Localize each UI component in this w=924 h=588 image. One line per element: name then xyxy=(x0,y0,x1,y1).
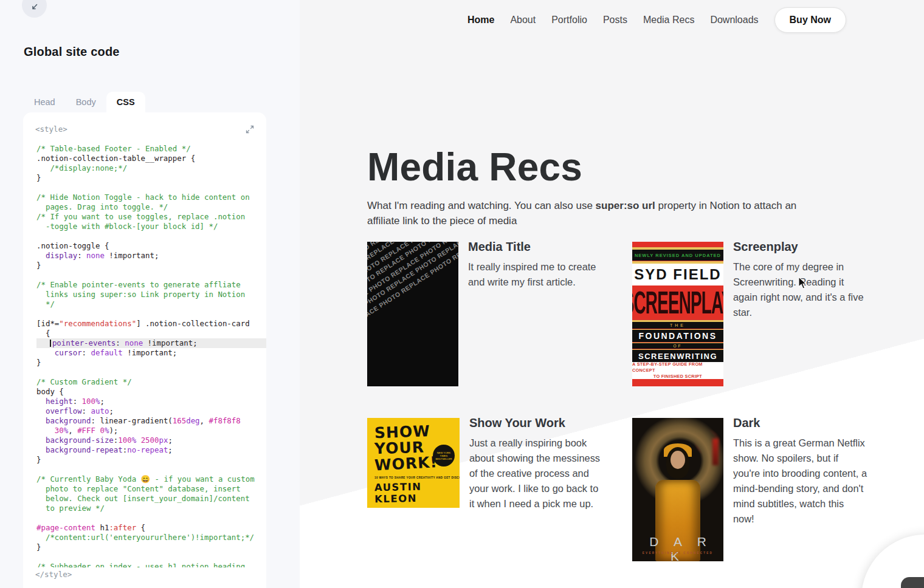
code-line: /* Table-based Footer - Enabled */ xyxy=(36,144,266,154)
cover-title-text: SCREENPLAY xyxy=(632,285,723,320)
code-line: /* Custom Gradient */ xyxy=(36,377,266,387)
code-line: 30%, #FFF 0%); xyxy=(36,426,266,436)
intro-text-before: What I'm reading and watching. You can a… xyxy=(367,200,596,211)
code-line: [id*="recommendations"] .notion-collecti… xyxy=(36,319,266,329)
tab-bar: Head Body CSS xyxy=(24,90,145,112)
code-line xyxy=(36,513,266,523)
nav-item-home[interactable]: Home xyxy=(467,15,494,26)
page-intro: What I'm reading and watching. You can a… xyxy=(367,198,829,228)
nav-item-media-recs[interactable]: Media Recs xyxy=(643,15,694,26)
nav-bar: Home About Portfolio Posts Media Recs Do… xyxy=(300,0,924,40)
code-line: } xyxy=(36,358,266,368)
code-line xyxy=(36,309,266,319)
code-line: links using super:so Link property in No… xyxy=(36,290,266,299)
code-line: /* Enable pointer-events to generate aff… xyxy=(36,280,266,290)
style-close-tag: </style> xyxy=(23,567,266,579)
cover-dark-poster: D A R K EVERYTHING IS CONNECTED xyxy=(632,418,723,561)
poster-face xyxy=(671,451,685,469)
screen: Global site code Head Body CSS <style> /… xyxy=(0,0,924,588)
code-line xyxy=(36,231,266,241)
cover-foundations: FOUNDATIONS xyxy=(632,330,723,342)
code-line: pointer-events: none !important; xyxy=(36,338,266,348)
intro-text-bold: super:so url xyxy=(596,200,655,211)
card-title: Media Title xyxy=(468,240,602,254)
cover-banner-text: NEWLY REVISED AND UPDATED xyxy=(635,253,721,258)
code-line: { xyxy=(36,329,266,338)
card-title: Screenplay xyxy=(733,240,867,254)
buy-now-button[interactable]: Buy Now xyxy=(774,7,846,33)
cover-screenplay-book: NEWLY REVISED AND UPDATED SYD FIELD SCRE… xyxy=(632,242,723,386)
code-line: pages. Drag into toggle. */ xyxy=(36,202,266,212)
back-button[interactable] xyxy=(22,0,47,18)
cover-author: SYD FIELD xyxy=(632,264,723,285)
code-line: */ xyxy=(36,299,266,309)
code-line: below. Check out [insert_your_domain]/co… xyxy=(36,494,266,504)
code-line: display: none !important; xyxy=(36,251,266,261)
code-line: -toggle with #block-[your block id] */ xyxy=(36,222,266,231)
card-title: Show Your Work xyxy=(469,416,602,430)
cover-the: THE xyxy=(632,322,723,329)
card-description: It really inspired me to create and writ… xyxy=(468,259,602,290)
tab-css[interactable]: CSS xyxy=(106,92,145,112)
code-line: background: linear-gradient(165deg, #f8f… xyxy=(36,416,266,426)
poster-title: D A R K xyxy=(632,535,723,561)
card-text: Screenplay The core of my degree in Scre… xyxy=(733,242,867,386)
card-text: Dark This is a great German Netflix show… xyxy=(733,418,867,561)
code-line: } xyxy=(36,173,266,183)
nav-item-downloads[interactable]: Downloads xyxy=(710,15,758,26)
code-line: /* Currently Baby Yoda 😄 - if you want a… xyxy=(36,474,266,484)
code-line xyxy=(36,270,266,280)
code-line xyxy=(36,552,266,562)
poster-tagline: EVERYTHING IS CONNECTED xyxy=(632,552,723,555)
media-card-media-title[interactable]: REPLACE PHOTO REPLACE PHOTO REPLACE PHOT… xyxy=(367,242,602,386)
page-title: Global site code xyxy=(24,45,120,59)
cover-tagline: A STEP-BY-STEP GUIDE FROM CONCEPT TO FIN… xyxy=(632,362,723,379)
floating-widget-badge[interactable] xyxy=(901,577,924,588)
nav-item-portfolio[interactable]: Portfolio xyxy=(551,15,587,26)
media-card-show-your-work[interactable]: SHOW YOUR WORK! NEW YORK TIMES BESTSELLE… xyxy=(367,418,602,561)
code-line: cursor: default !important; xyxy=(36,348,266,358)
photo-placeholder-pattern: REPLACE PHOTO REPLACE PHOTO REPLACE PHOT… xyxy=(367,242,458,386)
cover-screenwriting: SCREENWRITING xyxy=(632,350,723,362)
mouse-cursor-icon xyxy=(798,276,807,292)
cover-of: OF xyxy=(632,343,723,349)
poster-red-streak xyxy=(712,439,719,465)
tab-body[interactable]: Body xyxy=(66,92,106,112)
cover-title: SCREENPLAY xyxy=(632,285,723,320)
code-lines[interactable]: /* Table-based Footer - Enabled */.notio… xyxy=(23,144,266,567)
code-editor[interactable]: <style> /* Table-based Footer - Enabled … xyxy=(23,112,266,588)
code-line: height: 100%; xyxy=(36,397,266,406)
tab-head[interactable]: Head xyxy=(24,92,66,112)
code-line: } xyxy=(36,261,266,270)
code-line: /*content:url('enteryoururlhere')!import… xyxy=(36,533,266,542)
code-line: /* If you want to use toggles, replace .… xyxy=(36,212,266,222)
media-recs-heading: Media Recs xyxy=(367,145,890,190)
card-text: Show Your Work Just a really inspiring b… xyxy=(469,418,602,561)
site-preview: Home About Portfolio Posts Media Recs Do… xyxy=(300,0,924,588)
cover-show-your-work-book: SHOW YOUR WORK! NEW YORK TIMES BESTSELLE… xyxy=(367,418,460,508)
code-line: /* Subheader on index - uses h1 notion h… xyxy=(36,562,266,567)
code-line: } xyxy=(36,542,266,552)
media-card-screenplay[interactable]: NEWLY REVISED AND UPDATED SYD FIELD SCRE… xyxy=(632,242,867,386)
media-card-dark[interactable]: D A R K EVERYTHING IS CONNECTED Dark Thi… xyxy=(632,418,867,561)
card-description: This is a great German Netflix show. No … xyxy=(733,436,867,527)
cover-subtitle: 10 WAYS TO SHARE YOUR CREATIVITY AND GET… xyxy=(374,476,455,479)
nav-item-about[interactable]: About xyxy=(510,15,536,26)
page-content: Media Recs What I'm reading and watching… xyxy=(367,145,890,561)
cover-tagline-1: A STEP-BY-STEP GUIDE FROM CONCEPT xyxy=(632,361,723,374)
cover-stripe xyxy=(632,242,723,247)
code-line xyxy=(36,465,266,474)
expand-icon[interactable] xyxy=(246,125,254,134)
cover-badge: NEW YORK TIMES BESTSELLER xyxy=(433,445,455,467)
style-open-tag: <style> xyxy=(35,125,67,134)
code-line: background-size:100% 2500px; xyxy=(36,436,266,445)
code-line: photo to replace "Content" database, ins… xyxy=(36,484,266,494)
cover-photo-placeholder: REPLACE PHOTO REPLACE PHOTO REPLACE PHOT… xyxy=(367,242,458,386)
text-caret xyxy=(50,340,51,347)
editor-panel: Global site code Head Body CSS <style> /… xyxy=(0,0,300,588)
code-line xyxy=(36,368,266,377)
nav-item-posts[interactable]: Posts xyxy=(603,15,627,26)
cover-author: AUSTIN KLEON xyxy=(374,480,455,505)
card-title: Dark xyxy=(733,416,867,430)
cover-stripe xyxy=(632,379,723,386)
